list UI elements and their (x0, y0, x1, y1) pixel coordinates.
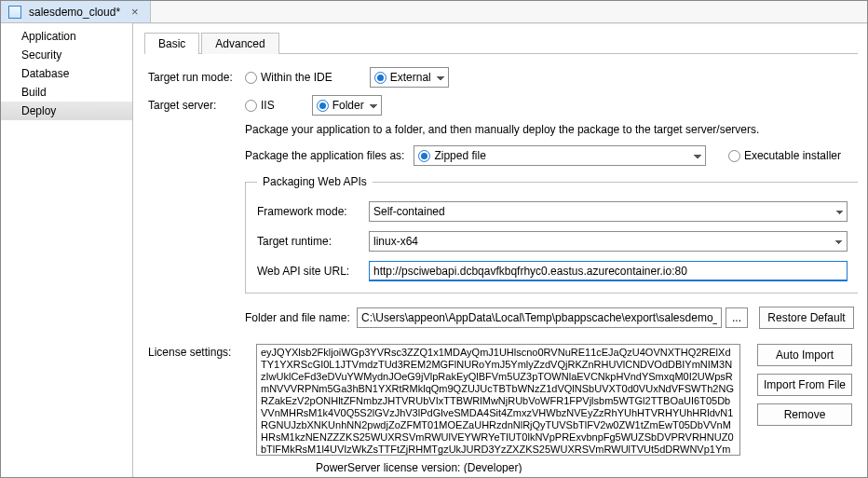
import-from-file-button[interactable]: Import From File (757, 374, 852, 396)
workarea: Application Security Database Build Depl… (1, 23, 867, 477)
label-target-server: Target server: (148, 99, 245, 112)
label-target-runtime: Target runtime: (257, 235, 369, 248)
label-ps-license-version: PowerServer license version: (Developer) (316, 461, 854, 473)
inner-tabs: Basic Advanced (144, 32, 858, 54)
auto-import-button[interactable]: Auto Import (757, 344, 852, 366)
close-icon[interactable]: × (128, 5, 142, 19)
label-package-as: Package the application files as: (245, 149, 404, 162)
label-framework-mode: Framework mode: (257, 205, 369, 218)
input-folder-path[interactable] (357, 307, 722, 328)
label-folder-file: Folder and file name: (245, 311, 357, 324)
browse-button[interactable]: ... (726, 307, 748, 328)
form: Target run mode: Within the IDE External… (144, 54, 858, 473)
document-tab[interactable]: salesdemo_cloud* × (1, 1, 151, 22)
label-webapi-url: Web API site URL: (257, 265, 369, 278)
sidebar-item-build[interactable]: Build (1, 83, 132, 102)
main-panel: Basic Advanced Target run mode: Within t… (133, 23, 867, 477)
select-framework-mode[interactable]: Self-contained (369, 201, 848, 222)
sidebar-item-application[interactable]: Application (1, 27, 132, 46)
select-target-runtime[interactable]: linux-x64 (369, 231, 848, 252)
label-license-settings: License settings: (148, 344, 256, 359)
input-webapi-url[interactable] (369, 261, 848, 281)
license-text-area[interactable]: eyJQYXlsb2FkljoiWGp3YVRsc3ZZQ1x1MDAyQmJ1… (256, 344, 740, 456)
tab-basic[interactable]: Basic (144, 33, 199, 54)
sidebar-item-database[interactable]: Database (1, 64, 132, 83)
label-target-run-mode: Target run mode: (148, 71, 245, 84)
document-tab-title: salesdemo_cloud* (29, 6, 120, 19)
sidebar-item-security[interactable]: Security (1, 46, 132, 64)
remove-button[interactable]: Remove (757, 403, 852, 426)
sidebar: Application Security Database Build Depl… (1, 23, 133, 477)
restore-default-button[interactable]: Restore Default (759, 307, 854, 329)
tab-advanced[interactable]: Advanced (201, 33, 278, 54)
radio-executable-installer[interactable]: Executable installer (728, 149, 841, 162)
radio-external[interactable]: External (370, 67, 449, 88)
helper-text: Package your application to a folder, an… (245, 123, 854, 136)
sidebar-item-deploy[interactable]: Deploy (1, 102, 132, 120)
document-tabstrip: salesdemo_cloud* × (1, 1, 867, 23)
radio-zipped-file[interactable]: Zipped file (414, 145, 705, 166)
radio-iis[interactable]: IIS (245, 99, 275, 112)
legend-packaging-web-apis: Packaging Web APIs (257, 175, 373, 188)
group-packaging-web-apis: Packaging Web APIs Framework mode: Self-… (245, 175, 858, 294)
radio-folder[interactable]: Folder (312, 95, 382, 116)
document-icon (8, 6, 21, 19)
radio-within-ide[interactable]: Within the IDE (245, 71, 332, 84)
